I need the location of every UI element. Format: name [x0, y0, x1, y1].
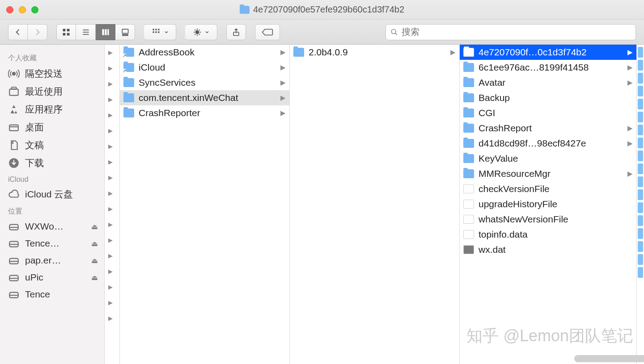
sidebar-item-label: iCloud 云盘 [25, 188, 73, 201]
svg-point-30 [391, 29, 396, 33]
fullscreen-button[interactable] [31, 6, 38, 13]
folder-icon [638, 202, 643, 213]
forward-button[interactable] [28, 24, 47, 40]
folder-icon [463, 48, 474, 57]
svg-rect-34 [12, 87, 17, 89]
list-item[interactable]: upgradeHistoryFile [460, 197, 636, 212]
gutter-arrow-icon: ▶ [105, 279, 119, 295]
eject-icon[interactable]: ⏏ [91, 273, 98, 282]
action-menu-button[interactable] [185, 24, 217, 40]
gutter-arrow-icon: ▶ [105, 92, 119, 107]
folder-icon [123, 109, 134, 117]
arrange-button[interactable] [144, 24, 176, 40]
list-item[interactable]: d41d8cd98f…98ecf8427e▶ [460, 136, 636, 151]
sidebar-item[interactable]: uPic⏏ [0, 269, 104, 286]
list-item[interactable]: 6c1ee976ac…8199f41458▶ [460, 60, 636, 75]
chevron-right-icon: ▶ [625, 124, 633, 132]
sidebar-item[interactable]: Tence [0, 286, 104, 303]
folder-icon [638, 151, 643, 161]
list-item[interactable]: wx.dat [460, 242, 636, 257]
eject-icon[interactable]: ⏏ [91, 239, 98, 248]
list-item[interactable]: com.tencent.xinWeChat▶ [120, 90, 289, 105]
list-item[interactable]: whatsNewVersionFile [460, 212, 636, 227]
item-name: com.tencent.xinWeChat [139, 92, 278, 103]
svg-rect-3 [67, 33, 70, 35]
peek-column [637, 45, 644, 364]
list-item[interactable]: SyncServices▶ [120, 75, 289, 90]
list-item[interactable]: AddressBook▶ [120, 45, 289, 60]
sidebar-item-label: 应用程序 [25, 103, 63, 116]
docs-icon [8, 139, 20, 151]
item-name: MMResourceMgr [479, 168, 625, 179]
sidebar-item[interactable]: 隔空投送 [0, 65, 104, 83]
sidebar-item[interactable]: 文稿 [0, 136, 104, 154]
folder-icon [463, 109, 474, 117]
item-name: wx.dat [479, 244, 633, 255]
list-item[interactable]: topinfo.data [460, 227, 636, 242]
disk-icon [8, 255, 20, 266]
sidebar-item-label: Tence [25, 289, 50, 300]
folder-icon [638, 99, 643, 109]
close-button[interactable] [6, 6, 13, 13]
sidebar-section-header: iCloud [0, 172, 104, 185]
folder-icon [463, 93, 474, 102]
titlebar: 4e7207090f0e57efe929b60c1d3f74b2 [0, 0, 644, 20]
gutter-arrow-icon: ▶ [105, 138, 119, 154]
folder-icon [240, 6, 250, 14]
gutter-arrow-icon: ▶ [105, 295, 119, 310]
sidebar-item[interactable]: 桌面 [0, 118, 104, 136]
eject-icon[interactable]: ⏏ [91, 256, 98, 265]
action-group [185, 24, 217, 40]
sidebar-item[interactable]: iCloud 云盘 [0, 185, 104, 203]
item-name: 4e7207090f…0c1d3f74b2 [479, 47, 625, 58]
list-view-button[interactable] [76, 24, 96, 40]
column-view-button[interactable] [96, 24, 115, 40]
svg-rect-2 [63, 33, 66, 35]
icon-view-button[interactable] [56, 24, 76, 40]
svg-rect-18 [155, 31, 157, 33]
gallery-view-button[interactable] [115, 24, 135, 40]
horizontal-scrollbar[interactable] [574, 355, 644, 362]
toolbar [0, 20, 644, 45]
sidebar-item[interactable]: 最近使用 [0, 83, 104, 100]
cloud-icon [8, 188, 20, 200]
list-item[interactable]: 2.0b4.0.9▶ [290, 45, 459, 60]
list-item[interactable]: checkVersionFile [460, 181, 636, 197]
svg-rect-35 [9, 125, 18, 131]
eject-icon[interactable]: ⏏ [91, 222, 98, 231]
gutter-arrow-icon: ▶ [105, 170, 119, 185]
sidebar-item[interactable]: Tence…⏏ [0, 235, 104, 252]
item-name: topinfo.data [479, 229, 633, 240]
list-item[interactable]: Avatar▶ [460, 75, 636, 90]
list-item[interactable]: MMResourceMgr▶ [460, 166, 636, 181]
folder-icon [463, 169, 474, 178]
sidebar-item[interactable]: 下载 [0, 154, 104, 172]
list-item[interactable]: Backup [460, 90, 636, 105]
minimize-button[interactable] [19, 6, 26, 13]
list-item[interactable]: CrashReport▶ [460, 121, 636, 136]
list-item[interactable]: CrashReporter▶ [120, 105, 289, 121]
list-item[interactable]: 4e7207090f…0c1d3f74b2▶ [460, 45, 636, 60]
sidebar-item[interactable]: 应用程序 [0, 100, 104, 118]
share-button[interactable] [226, 24, 246, 40]
list-item[interactable]: iCloud▶ [120, 60, 289, 75]
arrange-group [144, 24, 176, 40]
sidebar-item-label: 下载 [25, 157, 44, 169]
folder-icon [638, 228, 643, 239]
item-name: CGI [479, 108, 633, 118]
folder-icon [463, 63, 474, 72]
folder-icon [638, 163, 643, 174]
tags-button[interactable] [255, 24, 280, 40]
sidebar-item[interactable]: pap.er…⏏ [0, 252, 104, 269]
sidebar-item[interactable]: WXWo…⏏ [0, 218, 104, 235]
search-field[interactable] [386, 24, 636, 40]
search-input[interactable] [402, 27, 631, 37]
list-item[interactable]: CGI [460, 105, 636, 121]
svg-rect-15 [155, 29, 157, 30]
list-item[interactable]: KeyValue [460, 151, 636, 166]
folder-icon [638, 267, 643, 278]
gutter-arrow-icon: ▶ [105, 76, 119, 92]
folder-icon [638, 125, 643, 135]
file-icon [463, 215, 474, 224]
back-button[interactable] [8, 24, 28, 40]
